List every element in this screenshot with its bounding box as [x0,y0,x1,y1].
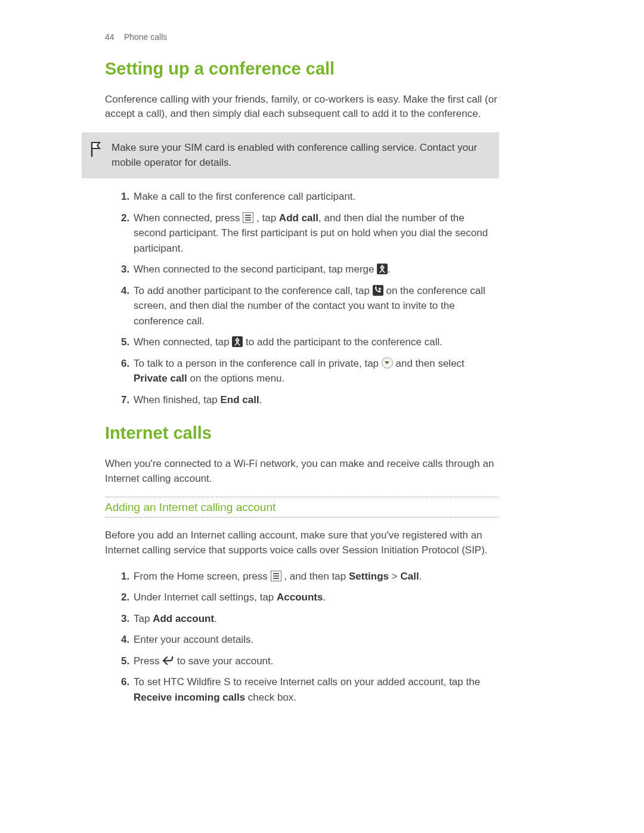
merge-icon [232,336,243,347]
add-call-icon [373,285,383,296]
section-intro: Conference calling with your friends, fa… [105,92,499,122]
step-item: When connected, tap to add the participa… [132,335,499,350]
section-conference-call: Setting up a conference call Conference … [105,58,499,122]
menu-icon [271,571,281,581]
document-page: 44 Phone calls Setting up a conference c… [0,0,644,833]
page-header: 44 Phone calls [105,32,499,42]
menu-icon [243,212,253,223]
step-item: Make a call to the first conference call… [132,189,499,205]
steps-list-conference: Make a call to the first conference call… [105,189,499,407]
step-item: Enter your account details. [132,632,499,648]
subsection-intro: Before you add an Internet calling accou… [105,528,499,558]
note-text: Make sure your SIM card is enabled with … [112,141,487,170]
back-arrow-icon [162,655,174,664]
steps-list-internet: From the Home screen, press , and then t… [105,569,499,705]
step-item: To set HTC Wildfire S to receive Interne… [132,674,499,705]
step-item: Under Internet call settings, tap Accoun… [132,590,499,605]
step-item: When finished, tap End call. [132,392,499,408]
page-number: 44 [105,32,122,42]
section-title: Internet calls [105,423,499,444]
merge-icon [377,264,388,274]
flag-icon [90,142,103,157]
step-item: Press to save your account. [132,654,499,669]
dropdown-circle-icon [382,357,393,368]
section-intro: When you're connected to a Wi-Fi network… [105,457,499,486]
step-item: From the Home screen, press , and then t… [132,569,499,584]
section-internet-calls: Internet calls When you're connected to … [105,423,499,705]
chapter-title: Phone calls [124,32,167,42]
step-item: When connected to the second participant… [132,262,499,277]
step-item: When connected, press , tap Add call, an… [132,210,499,256]
step-item: To talk to a person in the conference ca… [132,356,499,386]
step-item: Tap Add account. [132,611,499,627]
step-item: To add another participant to the confer… [132,283,499,329]
note-box: Make sure your SIM card is enabled with … [82,132,499,178]
section-title: Setting up a conference call [105,58,499,79]
subsection-title: Adding an Internet calling account [105,497,499,518]
